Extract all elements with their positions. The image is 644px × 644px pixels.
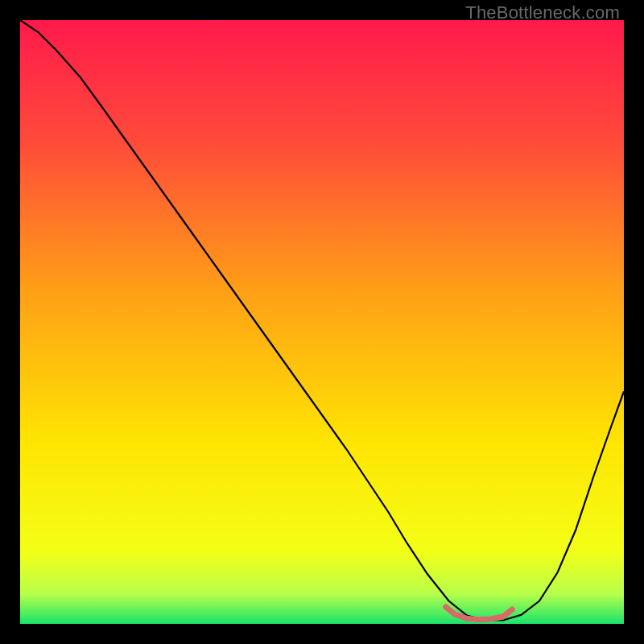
watermark-text: TheBottleneck.com (465, 2, 620, 23)
chart-frame (20, 20, 624, 624)
chart-svg (20, 20, 624, 624)
gradient-background (20, 20, 624, 624)
